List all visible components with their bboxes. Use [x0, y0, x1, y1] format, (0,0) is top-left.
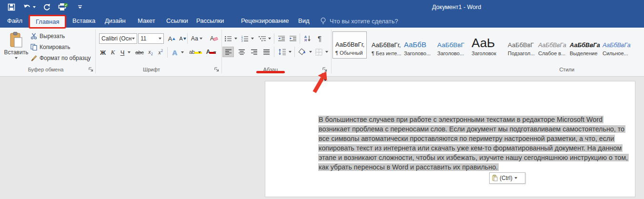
- sort-button[interactable]: А Я: [302, 33, 313, 44]
- style-subtitle[interactable]: АаБбВвГ Подзагол...: [505, 31, 533, 59]
- line-spacing-button[interactable]: [276, 47, 288, 57]
- paste-clipboard-icon: [10, 32, 23, 48]
- font-size-value: 11: [141, 35, 146, 42]
- title-bar: Документ1 - Word: [0, 0, 644, 14]
- font-group-label: Шрифт: [143, 67, 160, 72]
- clipboard-dialog-launcher-icon[interactable]: [89, 66, 94, 71]
- decrease-indent-button[interactable]: [276, 33, 287, 44]
- font-size-dropdown-icon[interactable]: [159, 38, 161, 40]
- sort-arrow-icon: [307, 35, 311, 42]
- document-page[interactable]: В большинстве случаев при работе с элект…: [265, 81, 635, 197]
- highlight-dropdown-icon[interactable]: [197, 47, 202, 58]
- paste-button[interactable]: Вставить: [4, 30, 29, 65]
- cut-button[interactable]: Вырезать: [30, 31, 65, 41]
- customize-qat-icon[interactable]: [75, 2, 85, 12]
- shading-dropdown-icon[interactable]: [308, 47, 313, 57]
- tell-me-box[interactable]: Что вы хотите сделать?: [320, 14, 398, 28]
- borders-dropdown-icon[interactable]: [324, 47, 329, 57]
- shading-bucket-icon: [298, 49, 307, 56]
- tab-references[interactable]: Ссылки: [166, 14, 188, 28]
- font-size-combo[interactable]: 11: [138, 33, 164, 44]
- paste-options-dropdown-icon[interactable]: [514, 177, 517, 179]
- text-line: В большинстве случаев при работе с элект…: [318, 115, 629, 124]
- highlight-color-button[interactable]: ab: [187, 47, 197, 57]
- superscript-button[interactable]: x2: [156, 47, 165, 58]
- underline-dropdown-icon[interactable]: [127, 47, 131, 58]
- paste-options-clipboard-icon: [492, 175, 498, 181]
- style-emphasis[interactable]: АаБбВвГа Выделение: [567, 31, 597, 59]
- paste-label: Вставить: [4, 49, 29, 56]
- copy-button[interactable]: Копировать: [30, 42, 70, 52]
- align-center-icon: [238, 49, 245, 55]
- clear-formatting-button[interactable]: А: [207, 33, 217, 44]
- tab-review[interactable]: Рецензирование: [241, 14, 289, 28]
- multilevel-dropdown-icon[interactable]: [267, 33, 272, 44]
- bullets-dropdown-icon[interactable]: [233, 33, 238, 44]
- ribbon-tabs: Файл Главная Вставка Дизайн Макет Ссылки…: [0, 14, 644, 28]
- tab-view[interactable]: Вид: [298, 14, 310, 28]
- paste-options-button[interactable]: (Ctrl): [489, 172, 525, 184]
- tell-me-label: Что вы хотите сделать?: [330, 18, 398, 25]
- font-color-dropdown-icon[interactable]: [212, 47, 217, 58]
- line-spacing-dropdown-icon[interactable]: [288, 47, 292, 57]
- numbering-dropdown-icon[interactable]: [250, 33, 255, 44]
- document-workspace[interactable]: В большинстве случаев при работе с элект…: [0, 77, 644, 199]
- text-line: этапе и возникают сложности, чтобы их из…: [318, 153, 629, 162]
- window-title: Документ1 - Word: [432, 4, 481, 10]
- align-center-button[interactable]: [236, 47, 247, 57]
- subscript-button[interactable]: x2: [146, 47, 155, 58]
- text-effects-dropdown-icon[interactable]: [180, 47, 185, 58]
- shading-button[interactable]: [296, 47, 308, 57]
- paste-options-label: (Ctrl): [500, 175, 513, 181]
- group-separator: [331, 30, 332, 73]
- text-line: все символы автоматически проставляются …: [318, 134, 629, 143]
- strikethrough-button[interactable]: abc: [133, 47, 146, 58]
- show-marks-button[interactable]: ¶: [315, 33, 324, 43]
- change-case-button[interactable]: Аа: [190, 33, 204, 44]
- grow-font-button[interactable]: А: [165, 33, 175, 44]
- font-color-button[interactable]: А: [204, 47, 212, 57]
- bullet-list-icon: [224, 35, 232, 42]
- style-intense-emphasis[interactable]: АаБбВвГа Сильное...: [600, 31, 631, 59]
- text-effects-button[interactable]: А: [170, 47, 180, 58]
- align-left-button[interactable]: [222, 47, 234, 57]
- bold-button[interactable]: Ж: [98, 47, 108, 58]
- tab-insert[interactable]: Вставка: [72, 14, 95, 28]
- borders-button[interactable]: [313, 47, 324, 57]
- align-right-button[interactable]: [248, 47, 260, 57]
- style-no-spacing[interactable]: АаБбВвГг, ¶ Без инте...: [369, 31, 399, 59]
- undo-button[interactable]: [22, 2, 36, 12]
- tab-mailings[interactable]: Рассылки: [196, 14, 224, 28]
- decrease-indent-icon: [278, 35, 285, 42]
- style-title[interactable]: АаЬ Заголовок: [469, 31, 503, 59]
- font-name-dropdown-icon[interactable]: [132, 38, 135, 40]
- numbering-button[interactable]: 123: [240, 33, 250, 44]
- save-icon[interactable]: [7, 2, 16, 12]
- font-dialog-launcher-icon[interactable]: [214, 66, 220, 71]
- tab-home[interactable]: Главная: [29, 15, 66, 29]
- selected-paragraph[interactable]: В большинстве случаев при работе с элект…: [318, 115, 629, 172]
- svg-text:3: 3: [242, 40, 243, 42]
- multilevel-list-button[interactable]: [257, 33, 267, 44]
- print-preview-icon[interactable]: [57, 2, 70, 12]
- text-line: как убрать переносы в Word и расставить …: [318, 162, 629, 172]
- bullets-button[interactable]: [223, 33, 233, 44]
- style-heading2[interactable]: АаБбВвГ Заголово...: [435, 31, 466, 59]
- tab-design[interactable]: Дизайн: [105, 14, 126, 28]
- tab-file[interactable]: Файл: [7, 14, 22, 28]
- format-painter-button[interactable]: Формат по образцу: [30, 53, 91, 63]
- shrink-font-button[interactable]: А: [176, 33, 186, 44]
- underline-button[interactable]: Ч: [118, 47, 127, 58]
- justify-button[interactable]: [261, 47, 272, 57]
- redo-icon[interactable]: [42, 2, 51, 12]
- font-name-combo[interactable]: Calibri (Осн: [99, 33, 137, 44]
- paste-dropdown-icon[interactable]: [15, 57, 18, 59]
- style-normal[interactable]: АаБбВвГг, ¶ Обычный: [332, 31, 367, 59]
- style-heading1[interactable]: АаБбВ Заголово...: [402, 31, 432, 59]
- tab-layout[interactable]: Макет: [138, 14, 155, 28]
- increase-indent-button[interactable]: [288, 33, 298, 44]
- undo-dropdown-icon[interactable]: [33, 6, 36, 8]
- style-subtle-emphasis[interactable]: АаБбВвГа Слабое в...: [536, 31, 564, 59]
- italic-button[interactable]: К: [109, 47, 117, 58]
- annotation-red-underline: [256, 71, 285, 73]
